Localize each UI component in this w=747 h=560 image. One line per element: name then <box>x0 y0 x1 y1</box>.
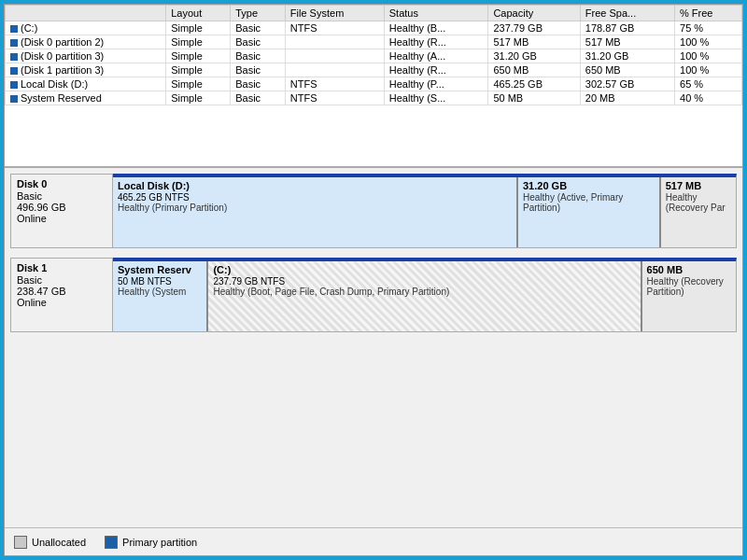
cell-layout: Simple <box>166 77 231 91</box>
cell-layout: Simple <box>166 63 231 77</box>
part-name-0-0: Local Disk (D:) <box>118 180 512 191</box>
cell-status: Healthy (R... <box>384 35 488 49</box>
partition-block-1-2[interactable]: 650 MB Healthy (Recovery Partition) <box>642 261 736 331</box>
legend-area: Unallocated Primary partition <box>5 527 742 555</box>
cell-name: System Reserved <box>6 91 166 105</box>
top-table-area: Layout Type File System Status Capacity … <box>5 5 742 168</box>
cell-pct: 100 % <box>675 35 742 49</box>
cell-pct: 65 % <box>675 77 742 91</box>
disk-size-0: 496.96 GB <box>17 202 106 213</box>
cell-capacity: 237.79 GB <box>488 21 580 35</box>
part-status-1-2: Healthy (Recovery Partition) <box>647 276 731 297</box>
cell-capacity: 50 MB <box>488 91 580 105</box>
cell-name: (C:) <box>6 21 166 35</box>
unallocated-box <box>14 536 27 549</box>
partition-block-1-0[interactable]: System Reserv 50 MB NTFS Healthy (System <box>113 261 208 331</box>
table-row[interactable]: (C:) Simple Basic NTFS Healthy (B... 237… <box>6 21 742 35</box>
part-fs-1-0: 50 MB NTFS <box>118 276 202 287</box>
cell-capacity: 517 MB <box>488 35 580 49</box>
col-capacity[interactable]: Capacity <box>488 6 580 21</box>
cell-free: 302.57 GB <box>580 77 674 91</box>
disk-status-1: Online <box>17 297 106 308</box>
part-name-0-2: 517 MB <box>666 180 731 191</box>
cell-fs <box>285 49 384 63</box>
table-wrapper: Layout Type File System Status Capacity … <box>5 5 742 166</box>
cell-name: Local Disk (D:) <box>6 77 166 91</box>
cell-type: Basic <box>231 35 286 49</box>
cell-type: Basic <box>231 49 286 63</box>
cell-status: Healthy (R... <box>384 63 488 77</box>
cell-fs: NTFS <box>285 21 384 35</box>
cell-pct: 40 % <box>675 91 742 105</box>
col-fs[interactable]: File System <box>285 6 384 21</box>
legend-primary-label: Primary partition <box>122 537 197 548</box>
cell-free: 20 MB <box>580 91 674 105</box>
disk-title-1: Disk 1 <box>17 262 106 273</box>
part-status-0-0: Healthy (Primary Partition) <box>118 203 512 213</box>
cell-free: 517 MB <box>580 35 674 49</box>
table-row[interactable]: Local Disk (D:) Simple Basic NTFS Health… <box>6 77 742 91</box>
part-name-0-1: 31.20 GB <box>523 180 655 191</box>
partition-block-1-1[interactable]: (C:) 237.79 GB NTFS Healthy (Boot, Page … <box>208 261 641 331</box>
cell-status: Healthy (B... <box>384 21 488 35</box>
legend-unallocated: Unallocated <box>14 536 86 549</box>
part-status-1-1: Healthy (Boot, Page File, Crash Dump, Pr… <box>213 287 635 297</box>
cell-fs: NTFS <box>285 91 384 105</box>
legend-unallocated-label: Unallocated <box>32 537 86 548</box>
disk-row-1: Disk 1 Basic 238.47 GB Online System Res… <box>10 258 737 332</box>
cell-status: Healthy (S... <box>384 91 488 105</box>
partition-block-0-1[interactable]: 31.20 GB Healthy (Active, Primary Partit… <box>518 177 661 247</box>
cell-name: (Disk 0 partition 2) <box>6 35 166 49</box>
cell-layout: Simple <box>166 91 231 105</box>
cell-free: 31.20 GB <box>580 49 674 63</box>
cell-capacity: 31.20 GB <box>488 49 580 63</box>
main-container: Layout Type File System Status Capacity … <box>0 0 747 560</box>
legend-primary: Primary partition <box>105 536 197 549</box>
partition-block-0-2[interactable]: 517 MB Healthy (Recovery Par <box>661 177 736 247</box>
volumes-table: Layout Type File System Status Capacity … <box>5 5 742 105</box>
col-pct[interactable]: % Free <box>675 6 742 21</box>
part-status-1-0: Healthy (System <box>118 287 202 297</box>
disk-title-0: Disk 0 <box>17 178 106 189</box>
cell-type: Basic <box>231 63 286 77</box>
cell-type: Basic <box>231 21 286 35</box>
bottom-graph-area: Disk 0 Basic 496.96 GB Online Local Disk… <box>5 168 742 527</box>
col-type[interactable]: Type <box>231 6 286 21</box>
disk-status-0: Online <box>17 213 106 224</box>
primary-box <box>105 536 118 549</box>
part-name-1-0: System Reserv <box>118 264 202 275</box>
cell-pct: 100 % <box>675 63 742 77</box>
partition-block-0-0[interactable]: Local Disk (D:) 465.25 GB NTFS Healthy (… <box>113 177 518 247</box>
table-row[interactable]: (Disk 1 partition 3) Simple Basic Health… <box>6 63 742 77</box>
part-status-0-1: Healthy (Active, Primary Partition) <box>523 192 655 213</box>
cell-pct: 100 % <box>675 49 742 63</box>
cell-layout: Simple <box>166 35 231 49</box>
col-layout[interactable]: Layout <box>166 6 231 21</box>
part-name-1-2: 650 MB <box>647 264 731 275</box>
cell-capacity: 650 MB <box>488 63 580 77</box>
disk-info-0: Disk 0 Basic 496.96 GB Online <box>10 174 113 248</box>
disk-partitions-0: Local Disk (D:) 465.25 GB NTFS Healthy (… <box>113 174 737 248</box>
col-status[interactable]: Status <box>384 6 488 21</box>
table-row[interactable]: (Disk 0 partition 2) Simple Basic Health… <box>6 35 742 49</box>
cell-layout: Simple <box>166 49 231 63</box>
cell-type: Basic <box>231 77 286 91</box>
col-name[interactable] <box>6 6 166 21</box>
cell-status: Healthy (A... <box>384 49 488 63</box>
cell-pct: 75 % <box>675 21 742 35</box>
cell-free: 178.87 GB <box>580 21 674 35</box>
cell-fs <box>285 35 384 49</box>
part-name-1-1: (C:) <box>213 264 635 275</box>
cell-fs <box>285 63 384 77</box>
table-row[interactable]: (Disk 0 partition 3) Simple Basic Health… <box>6 49 742 63</box>
disk-size-1: 238.47 GB <box>17 286 106 297</box>
cell-name: (Disk 0 partition 3) <box>6 49 166 63</box>
table-row[interactable]: System Reserved Simple Basic NTFS Health… <box>6 91 742 105</box>
col-free[interactable]: Free Spa... <box>580 6 674 21</box>
cell-fs: NTFS <box>285 77 384 91</box>
disk-info-1: Disk 1 Basic 238.47 GB Online <box>10 258 113 332</box>
part-fs-0-0: 465.25 GB NTFS <box>118 192 512 203</box>
cell-layout: Simple <box>166 21 231 35</box>
disk-management-window: Layout Type File System Status Capacity … <box>4 4 743 556</box>
cell-free: 650 MB <box>580 63 674 77</box>
